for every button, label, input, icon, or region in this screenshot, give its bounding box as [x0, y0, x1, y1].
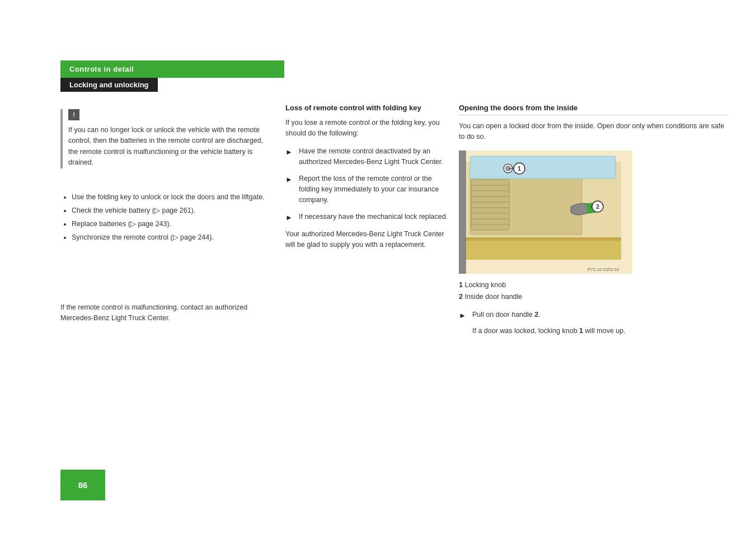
malfunction-note: If the remote control is malfunctioning,…: [60, 302, 273, 324]
your-auth-text: Your authorized Mercedes-Benz Light Truc…: [285, 229, 453, 251]
bullet-list: Use the folding key to unlock or lock th…: [60, 191, 273, 243]
svg-rect-23: [459, 151, 466, 274]
page-number: 86: [60, 470, 105, 500]
arrow-item-1: ► Have the remote control deactivated by…: [285, 146, 453, 168]
arrow-text-2: Report the loss of the remote control or…: [299, 174, 453, 206]
right-intro: You can open a locked door from the insi…: [459, 121, 727, 143]
arrow-item-2: ► Report the loss of the remote control …: [285, 174, 453, 206]
pull-arrow-icon: ►: [459, 310, 469, 321]
list-item: Use the folding key to unlock or lock th…: [72, 191, 273, 203]
warning-box: ! If you can no longer lock or unlock th…: [60, 109, 273, 168]
middle-title: Loss of remote control with folding key: [285, 104, 453, 112]
arrow-text-3: If necessary have the mechanical lock re…: [299, 212, 448, 222]
caption-1: 1 Locking knob: [459, 279, 727, 291]
caption-1-num: 1: [459, 281, 463, 289]
svg-text:P72.10·2352·31: P72.10·2352·31: [588, 267, 619, 272]
svg-text:2: 2: [596, 203, 599, 210]
warning-icon: !: [68, 109, 79, 120]
list-item: Replace batteries (▷ page 243).: [72, 218, 273, 229]
right-title: Opening the doors from the inside: [459, 104, 727, 115]
caption-1-label: Locking knob: [464, 281, 506, 289]
pull-instruction: ► Pull on door handle 2.: [459, 310, 727, 321]
svg-rect-14: [464, 241, 621, 260]
middle-column: Loss of remote control with folding key …: [285, 104, 453, 251]
right-column: Opening the doors from the inside You ca…: [459, 104, 727, 337]
warning-text: If you can no longer lock or unlock the …: [68, 125, 273, 168]
middle-intro: If you lose a remote control or the fold…: [285, 118, 453, 139]
caption-2-num: 2: [459, 293, 463, 301]
svg-rect-4: [471, 180, 509, 230]
list-item: Check the vehicle battery (▷ page 261).: [72, 205, 273, 216]
arrow-icon-1: ►: [285, 147, 295, 158]
caption-area: 1 Locking knob 2 Inside door handle: [459, 279, 727, 303]
pull-instruction-text: Pull on door handle 2.: [472, 310, 541, 320]
subsection-title: Locking and unlocking: [60, 78, 158, 92]
svg-rect-13: [464, 237, 621, 241]
locked-note: If a door was locked, locking knob 1 wil…: [459, 326, 727, 336]
bullet-section: Use the folding key to unlock or lock th…: [60, 191, 273, 245]
list-item: Synchronize the remote control (▷ page 2…: [72, 232, 273, 243]
arrow-icon-3: ►: [285, 212, 295, 223]
header-bar: Controls in detail Locking and unlocking: [60, 60, 284, 92]
caption-2-label: Inside door handle: [464, 293, 522, 301]
svg-rect-3: [470, 156, 616, 179]
svg-text:1: 1: [518, 165, 521, 172]
caption-2: 2 Inside door handle: [459, 291, 727, 303]
arrow-text-1: Have the remote control deactivated by a…: [299, 146, 453, 168]
section-title: Controls in detail: [60, 60, 284, 78]
arrow-icon-2: ►: [285, 174, 295, 185]
door-illustration: 1 2 P72.10·2352·31: [459, 151, 632, 274]
arrow-item-3: ► If necessary have the mechanical lock …: [285, 212, 453, 223]
